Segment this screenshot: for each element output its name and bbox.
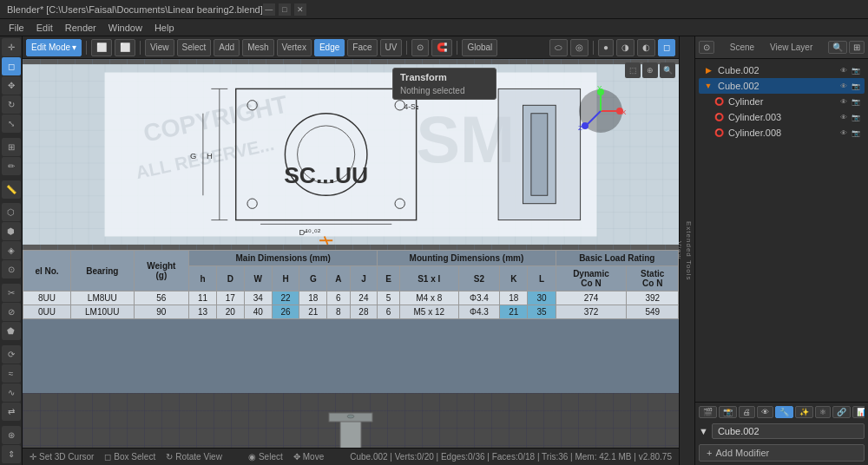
vp-global[interactable]: Global [462,39,497,56]
prop-btn-render[interactable]: 📸 [719,406,737,418]
close-button[interactable]: ✕ [294,3,306,16]
box-label: Box Select [114,452,155,462]
vp-overlay[interactable]: ⬭ [549,39,568,56]
model-view[interactable] [23,393,679,448]
menu-window[interactable]: Window [103,22,148,34]
tool-edge-slide[interactable]: ⇄ [2,403,21,421]
render-icon[interactable]: 📷 [851,65,861,75]
render-icon-cyl008[interactable]: 📷 [851,128,861,138]
view-top[interactable]: Front Orthographic (o).cube.002 [23,59,679,250]
cell-bearing: LM8UU [71,291,135,305]
add-modifier-button[interactable]: + Add Modifier [699,444,865,462]
tool-poly[interactable]: ⬟ [2,322,21,340]
cell-W: 34 [244,291,272,305]
vp-material-mode[interactable]: ◑ [616,39,635,56]
vp-add-menu[interactable]: Add [214,39,240,56]
prop-btn-scene[interactable]: 🎬 [699,406,717,418]
tool-scale[interactable]: ⤡ [2,115,21,133]
tool-bevel[interactable]: ◈ [2,241,21,259]
vp-wireframe-mode[interactable]: ◻ [658,39,675,56]
rt-search-btn[interactable]: 🔍 [828,41,847,54]
visibility-icon-cyl[interactable]: 👁 [838,96,849,107]
vp-view-btn[interactable]: ⬜ [91,39,112,56]
tool-shrink[interactable]: ⊛ [2,426,21,444]
menu-render[interactable]: Render [60,22,102,34]
tool-annotate[interactable]: ✏ [2,157,21,175]
prop-btn-particles[interactable]: ✨ [795,406,813,418]
tool-loop[interactable]: ⊙ [2,260,21,278]
tool-randomize[interactable]: ∿ [2,383,21,402]
tool-move[interactable]: ✥ [2,76,21,95]
item-actions-cyl003: 👁 📷 [838,112,861,122]
tool-extrude[interactable]: ⬡ [2,203,21,221]
svg-text:SC...UU: SC...UU [284,162,368,188]
gizmo-btn-1[interactable]: ⬚ [625,62,641,78]
tool-select[interactable]: ◻ [2,57,21,75]
cylinder-icon: ⭕ [713,95,725,108]
scene-item-cylinder003[interactable]: ⭕ Cylinder.003 👁 📷 [699,109,865,125]
cell-W: 40 [244,305,272,319]
info-text: Cube.002 | Verts:0/20 | Edges:0/36 | Fac… [350,452,672,462]
menu-help[interactable]: Help [149,22,180,34]
vp-vertex-menu[interactable]: Vertex [277,39,312,56]
cell-s1i: M5 x 12 [399,305,458,319]
minimize-button[interactable]: — [263,3,275,16]
gizmo-btn-2[interactable]: ⊕ [642,62,658,78]
tool-inset[interactable]: ⬢ [2,222,21,240]
prop-btn-view[interactable]: 👁 [757,406,773,418]
scene-item-cylinder[interactable]: ⭕ Cylinder 👁 📷 [699,94,865,109]
scene-item-cube002-top[interactable]: ▶ Cube.002 👁 📷 [699,62,865,78]
rt-filter-options-btn[interactable]: ⊞ [849,41,865,54]
vp-xray[interactable]: ◎ [570,39,589,56]
vp-mesh-menu[interactable]: Mesh [242,39,273,56]
scene-item-cylinder008[interactable]: ⭕ Cylinder.008 👁 📷 [699,125,865,141]
prop-btn-physics[interactable]: ⚛ [815,406,831,418]
vp-view-btn2[interactable]: ⬜ [115,39,135,56]
menu-edit[interactable]: Edit [31,22,58,34]
tool-bisect[interactable]: ⊘ [2,303,21,321]
prop-btn-modifier[interactable]: 🔧 [775,406,793,418]
view-layer-label: View Layer [770,43,812,52]
tool-spin[interactable]: ⟳ [2,345,21,363]
prop-btn-constraints[interactable]: 🔗 [832,406,851,418]
vp-render-mode[interactable]: ◐ [637,39,655,56]
vp-select-menu[interactable]: Select [177,39,212,56]
viewport-area[interactable]: Front Orthographic (o).cube.002 [23,59,679,448]
tool-knife[interactable]: ✂ [2,284,21,302]
vp-proportional[interactable]: ⊙ [411,39,429,56]
prop-object-name[interactable] [712,423,865,439]
rotate-label: Rotate View [175,452,222,462]
select-label: Select [259,452,283,462]
gizmo-btn-3[interactable]: 🔍 [660,62,675,78]
visibility-icon[interactable]: 👁 [838,65,849,75]
tool-cursor[interactable]: ✛ [2,38,21,56]
tool-smooth[interactable]: ≈ [2,364,21,383]
tool-rotate[interactable]: ↻ [2,95,21,114]
prop-btn-data[interactable]: 📊 [852,406,865,418]
mode-selector[interactable]: Edit Mode ▾ [26,39,82,56]
vp-uv-menu[interactable]: UV [380,39,403,56]
menu-file[interactable]: File [3,22,30,34]
visibility-icon-cyl008[interactable]: 👁 [838,128,849,138]
render-icon-cyl003[interactable]: 📷 [851,112,861,122]
item-actions-cyl008: 👁 📷 [838,128,861,138]
col-e: E [378,266,400,291]
prop-btn-output[interactable]: 🖨 [739,406,755,418]
visibility-icon-cyl003[interactable]: 👁 [838,112,849,122]
vp-face-menu[interactable]: Face [347,39,377,56]
vp-snap[interactable]: 🧲 [431,39,452,56]
render-icon-cyl[interactable]: 📷 [851,96,861,107]
maximize-button[interactable]: □ [279,3,291,16]
vp-solid-mode[interactable]: ● [598,39,614,56]
vp-view-menu[interactable]: View [145,39,174,56]
tool-measure[interactable]: 📏 [2,180,21,199]
left-toolbar: ✛ ◻ ✥ ↻ ⤡ ⊞ ✏ 📏 ⬡ ⬢ ◈ ⊙ ✂ ⊘ ⬟ ⟳ ≈ ∿ ⇄ ⊛ … [0,36,23,465]
tool-transform[interactable]: ⊞ [2,138,21,156]
visibility-icon-selected[interactable]: 👁 [838,81,849,91]
prop-header: ▼ [699,422,865,441]
rt-filter-btn[interactable]: ⊙ [699,41,714,54]
render-icon-selected[interactable]: 📷 [851,81,861,91]
vp-edge-menu[interactable]: Edge [314,39,345,56]
scene-item-cube002-selected[interactable]: ▼ Cube.002 👁 📷 [699,78,865,94]
tool-push-pull[interactable]: ⇕ [2,445,21,463]
